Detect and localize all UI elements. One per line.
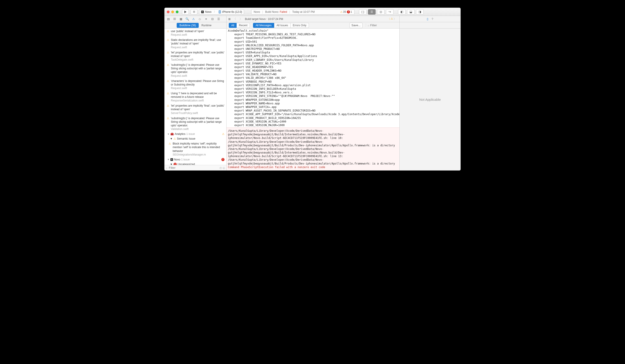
issue-item: Static declarations are implicitly 'fina… [164,37,226,50]
stop-button[interactable] [190,9,197,15]
issue-nav-icon[interactable]: ⚠ [191,17,195,21]
log-filter-input[interactable] [370,24,397,27]
window-controls [167,11,179,13]
titlebar: N Novo 〉 iPhone 6s (12.0) Novo | Build N… [164,8,461,16]
warning-icon [174,137,176,140]
next-issue-button[interactable]: 〉 [394,17,396,21]
issue-item: Using '!' here is deprecated and will be… [164,91,226,103]
report-nav-icon[interactable]: ☰ [217,17,221,21]
warning-icon [167,79,169,83]
build-error-block[interactable]: /Users/KunalGupta/Library/Developer/Xcod… [226,127,399,170]
warning-icon [167,104,169,107]
toggle-right-panel[interactable]: ◨ [416,9,424,15]
inspector-panel: Not Applicable [399,29,461,170]
activity-view: Novo | Build Novo: Failed | Today at 10:… [251,9,354,15]
scheme-device: iPhone 6s (12.0) [222,10,242,13]
warning-icon [169,142,171,145]
navigator-filter-bar: ⌕ ◴◵ [164,165,226,170]
minimize-window[interactable] [171,11,174,13]
main-body: use 'public' instead of 'open'Request.sw… [164,29,461,170]
scheme-selector[interactable]: N Novo 〉 iPhone 6s (12.0) [199,9,244,15]
breakpoint-nav-icon[interactable]: ⊟ [210,17,214,21]
group-analytics[interactable]: ▼ 🧰 Analytics 1 issue [164,131,226,136]
status-project: Novo [254,10,260,13]
test-nav-icon[interactable]: ◇ [198,17,202,21]
error-command-line: Command PhaseScriptExecution failed with… [228,166,325,169]
debug-nav-icon[interactable]: ≡ [204,17,208,21]
issue-item: 'characters' is deprecated: Please use S… [164,78,226,91]
code-snippets-button[interactable]: { } [359,9,367,15]
toolbar-right: { } ☰ ◎ ↪ ◧ ⬓ ◨ [359,9,424,15]
scm-filter-icon[interactable]: ◵ [223,166,225,169]
run-button[interactable] [182,9,189,15]
issue-navigator: use 'public' instead of 'open'Request.sw… [164,29,226,170]
jump-bar: ⊞ 〈 〉 Build target Novo : 10:07:24 PM 〈 … [226,16,399,22]
issue-item: 'let' properties are implicitly 'final';… [164,103,226,115]
navigator-filter-input[interactable] [169,166,218,169]
transcript-recent-button[interactable]: Recent [237,23,250,28]
version-editor-button[interactable]: ↪ [386,9,394,15]
prev-issue-button[interactable]: 〈 [387,17,390,21]
source-control-nav-icon[interactable]: ☒ [173,17,177,21]
issue-scope-segment: Buildtime (36) Runtime [177,23,214,28]
symbol-nav-icon[interactable]: ▦ [179,17,183,21]
find-nav-icon[interactable]: 🔍 [185,17,189,21]
all-issues-button[interactable]: All Issues [274,23,290,28]
close-window[interactable] [167,11,169,13]
error-count-badge[interactable]: !1 [347,10,352,13]
assistant-editor-button[interactable]: ◎ [377,9,385,15]
project-nav-icon[interactable]: ▤ [166,17,170,21]
project-icon: N [170,158,173,161]
svg-rect-1 [193,11,195,13]
issue-list[interactable]: use 'public' instead of 'open'Request.sw… [164,29,226,165]
back-button[interactable]: 〈 [232,17,237,21]
inspector-selector: ▯ ? [399,16,461,22]
group-novo[interactable]: ▼ N Novo 1 issue [164,157,226,162]
error-icon [221,158,224,161]
transcript-all-button[interactable]: All [229,23,237,28]
warning-icon [167,30,169,33]
scheme-project: Novo [205,10,212,13]
warning-icon [167,63,169,66]
status-build-result: Failed [280,10,287,13]
group-uncategorized[interactable]: ▼ Uncategorized [164,162,226,165]
save-button[interactable]: Save... [349,23,363,28]
disclosure-icon: ▼ [170,163,173,165]
toggle-left-panel[interactable]: ◧ [398,9,406,15]
xcode-window: N Novo 〉 iPhone 6s (12.0) Novo | Build N… [164,8,461,171]
related-items-icon[interactable]: ⊞ [228,18,231,21]
filter-icon: ⌕ [166,166,167,169]
disclosure-icon: ▼ [170,137,173,140]
error-icon: ! [347,10,350,13]
disclosure-icon: ▼ [167,158,169,161]
all-messages-button[interactable]: All Messages [253,23,274,28]
status-time: Today at 10:07 PM [292,10,315,13]
standard-editor-button[interactable]: ☰ [368,9,375,15]
help-inspector-icon[interactable]: ? [432,17,433,21]
group-semantic-issue[interactable]: ▼ Semantic Issue [164,136,226,141]
device-icon [219,10,221,13]
recent-filter-icon[interactable]: ◴ [219,166,222,169]
status-build-prefix: Build Novo: [265,10,279,13]
runtime-tab[interactable]: Runtime [199,23,214,28]
navigator-selector: ▤ ☒ ▦ 🔍 ⚠ ◇ ≡ ⊟ ☰ [164,16,226,22]
breadcrumb[interactable]: Build target Novo : 10:07:24 PM [245,18,283,21]
forward-button[interactable]: 〉 [239,17,243,21]
zoom-window[interactable] [176,11,179,13]
toggle-debug-area[interactable]: ⬓ [407,9,415,15]
issue-item: 'substring(to:)' is deprecated: Please u… [164,62,226,78]
buildtime-tab[interactable]: Buildtime (36) [177,23,199,28]
issue-item: use 'public' instead of 'open'Request.sw… [164,29,226,37]
issue-item: Block implicitly retains 'self'; explici… [164,141,226,157]
file-inspector-icon[interactable]: ▯ [427,17,428,21]
issue-item: 'substring(to:)' is deprecated: Please u… [164,116,226,132]
filter-icon: ⌕ [368,24,369,27]
project-icon: N [201,11,204,13]
warning-icon [167,92,169,95]
warning-icon [167,117,169,120]
warning-count-badge[interactable]: 35 [340,10,346,13]
build-log[interactable]: XcodeDefault.xctoolchain" export TREAT_M… [226,29,399,127]
warning-icon [167,51,169,54]
error-icon [174,163,177,165]
errors-only-button[interactable]: Errors Only [290,23,309,28]
